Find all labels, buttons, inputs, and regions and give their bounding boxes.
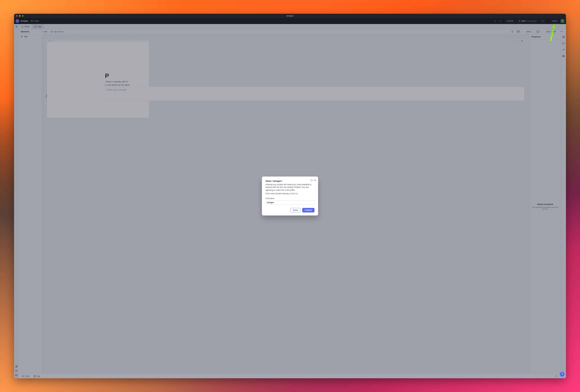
modal-description: Sharing your project will make your code… — [266, 183, 314, 191]
link-name-label: Link Name — [266, 197, 314, 199]
help-fab[interactable]: ? — [560, 372, 565, 377]
publish-button[interactable]: Publish — [302, 208, 314, 212]
close-button[interactable]: Close — [290, 208, 301, 212]
app-window: aimages aimages main ⌄ Commit — [14, 14, 566, 378]
modal-private-pre: If you want private sharing — [266, 192, 289, 195]
help-icon[interactable]: ? — [310, 179, 313, 181]
contact-us-link[interactable]: contact us — [289, 192, 298, 195]
modal-title: Share "aimages" — [266, 180, 314, 182]
close-icon[interactable]: ✕ — [314, 179, 316, 182]
help-glyph: ? — [562, 373, 563, 376]
share-modal: ? ✕ Share "aimages" Sharing your project… — [262, 176, 318, 216]
modal-overlay[interactable]: ? ✕ Share "aimages" Sharing your project… — [14, 14, 566, 378]
link-name-input[interactable] — [266, 200, 314, 205]
